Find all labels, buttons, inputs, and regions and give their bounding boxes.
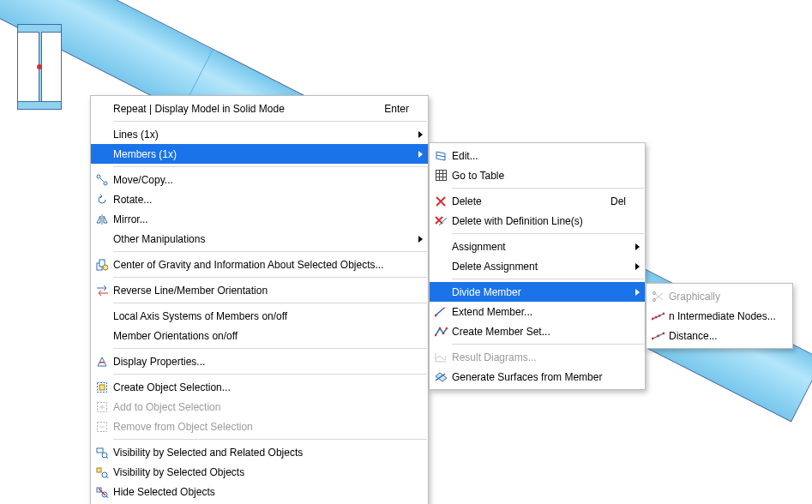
- member-set-label: Create Member Set...: [452, 326, 626, 338]
- create-object-selection-item[interactable]: Create Object Selection...: [91, 377, 428, 397]
- delete-icon: [430, 196, 452, 207]
- divide-n-nodes-item[interactable]: n Intermediate Nodes...: [647, 306, 792, 326]
- beam-end-section: [17, 24, 62, 110]
- separator: [113, 439, 427, 440]
- repeat-label: Repeat | Display Model in Solid Mode: [113, 103, 364, 115]
- add-selection-icon: [91, 401, 113, 413]
- visibility-related-icon: [91, 447, 113, 459]
- extend-member-item[interactable]: Extend Member...: [430, 302, 645, 321]
- extend-icon: [430, 307, 452, 317]
- move-copy-label: Move/Copy...: [113, 174, 409, 186]
- beam-node: [37, 64, 42, 69]
- repeat-item[interactable]: Repeat | Display Model in Solid Mode Ent…: [91, 99, 428, 118]
- repeat-shortcut: Enter: [384, 103, 409, 115]
- divide-distance-label: Distance...: [669, 330, 773, 342]
- separator: [113, 277, 427, 278]
- submenu-arrow-icon: [418, 131, 423, 138]
- context-menu: Repeat | Display Model in Solid Mode Ent…: [90, 95, 429, 504]
- remove-selection-label: Remove from Object Selection: [113, 421, 409, 433]
- create-member-set-item[interactable]: Create Member Set...: [430, 321, 645, 341]
- visibility-selected-item[interactable]: Visibility by Selected Objects: [91, 462, 428, 482]
- delete-item[interactable]: Delete Del: [430, 191, 645, 211]
- delete-with-lines-label: Delete with Definition Line(s): [452, 215, 626, 227]
- svg-rect-10: [97, 448, 103, 453]
- other-manipulations-submenu[interactable]: Other Manipulations: [91, 229, 428, 249]
- display-properties-item[interactable]: Display Properties...: [91, 351, 428, 371]
- local-axis-item[interactable]: Local Axis Systems of Members on/off: [91, 306, 428, 326]
- divide-graphically-label: Graphically: [669, 291, 773, 303]
- remove-from-selection-item: Remove from Object Selection: [91, 417, 428, 436]
- svg-point-19: [438, 327, 441, 329]
- svg-point-0: [97, 175, 100, 178]
- edit-item[interactable]: Edit...: [430, 146, 645, 165]
- cog-info-item[interactable]: Center of Gravity and Information About …: [91, 255, 428, 274]
- extend-label: Extend Member...: [452, 306, 626, 318]
- visibility-selected-icon: [91, 466, 113, 478]
- submenu-arrow-icon: [418, 151, 423, 158]
- member-orientations-label: Member Orientations on/off: [113, 330, 409, 342]
- hide-label: Hide Selected Objects: [113, 486, 409, 498]
- delete-label: Delete: [452, 195, 590, 207]
- mirror-icon: [91, 213, 113, 225]
- svg-rect-16: [436, 171, 446, 181]
- divide-graphically-item: Graphically: [647, 286, 792, 306]
- member-orientations-item[interactable]: Member Orientations on/off: [91, 326, 428, 345]
- cog-info-icon: [91, 259, 113, 271]
- generate-surfaces-label: Generate Surfaces from Member: [452, 371, 626, 383]
- svg-point-26: [658, 315, 660, 317]
- lines-label: Lines (1x): [113, 129, 409, 141]
- rotate-label: Rotate...: [113, 194, 409, 206]
- result-diagrams-label: Result Diagrams...: [452, 351, 626, 363]
- edit-label: Edit...: [452, 150, 626, 162]
- generate-surfaces-item[interactable]: Generate Surfaces from Member: [430, 367, 645, 387]
- goto-table-item[interactable]: Go to Table: [430, 165, 645, 185]
- result-diagrams-item: Result Diagrams...: [430, 347, 645, 367]
- members-submenu-panel: Edit... Go to Table Delete Del Delete wi…: [429, 142, 646, 390]
- submenu-arrow-icon: [635, 243, 640, 250]
- members-submenu[interactable]: Members (1x): [91, 144, 428, 164]
- move-copy-icon: [91, 174, 113, 186]
- delete-with-lines-item[interactable]: Delete with Definition Line(s): [430, 211, 645, 231]
- svg-rect-12: [97, 468, 101, 472]
- assignment-submenu[interactable]: Assignment: [430, 237, 645, 256]
- svg-rect-7: [99, 385, 105, 390]
- visibility-related-item[interactable]: Visibility by Selected and Related Objec…: [91, 442, 428, 462]
- scissors-icon: [647, 291, 669, 302]
- divide-distance-item[interactable]: Distance...: [647, 326, 792, 345]
- distance-icon: [647, 332, 669, 340]
- submenu-arrow-icon: [635, 289, 640, 296]
- svg-point-1: [104, 182, 107, 185]
- separator: [113, 121, 427, 122]
- separator: [452, 188, 644, 189]
- n-nodes-icon: [647, 312, 669, 321]
- move-copy-item[interactable]: Move/Copy...: [91, 170, 428, 189]
- create-selection-icon: [91, 381, 113, 393]
- svg-point-4: [103, 265, 108, 270]
- reverse-orientation-item[interactable]: Reverse Line/Member Orientation: [91, 280, 428, 300]
- lines-submenu[interactable]: Lines (1x): [91, 124, 428, 144]
- reverse-orientation-label: Reverse Line/Member Orientation: [113, 285, 409, 297]
- remove-selection-icon: [91, 421, 113, 433]
- visibility-related-label: Visibility by Selected and Related Objec…: [113, 447, 409, 459]
- svg-rect-5: [99, 362, 105, 363]
- local-axis-label: Local Axis Systems of Members on/off: [113, 310, 409, 322]
- submenu-arrow-icon: [418, 236, 423, 243]
- divide-n-nodes-label: n Intermediate Nodes...: [669, 310, 776, 322]
- cog-info-label: Center of Gravity and Information About …: [113, 259, 409, 271]
- member-set-icon: [430, 327, 452, 337]
- svg-point-20: [442, 332, 444, 334]
- add-to-selection-item: Add to Object Selection: [91, 397, 428, 417]
- hide-selected-item[interactable]: Hide Selected Objects: [91, 482, 428, 501]
- other-manip-label: Other Manipulations: [113, 233, 409, 245]
- rotate-item[interactable]: Rotate...: [91, 189, 428, 209]
- divide-member-submenu[interactable]: Divide Member: [430, 282, 645, 302]
- display-properties-label: Display Properties...: [113, 356, 409, 368]
- mirror-item[interactable]: Mirror...: [91, 209, 428, 229]
- beam-model: [0, 0, 812, 2]
- separator: [113, 166, 427, 167]
- delete-shortcut: Del: [611, 195, 626, 207]
- mirror-label: Mirror...: [113, 213, 409, 225]
- delete-assignment-submenu[interactable]: Delete Assignment: [430, 256, 645, 276]
- visibility-selected-label: Visibility by Selected Objects: [113, 466, 409, 478]
- goto-table-label: Go to Table: [452, 170, 626, 182]
